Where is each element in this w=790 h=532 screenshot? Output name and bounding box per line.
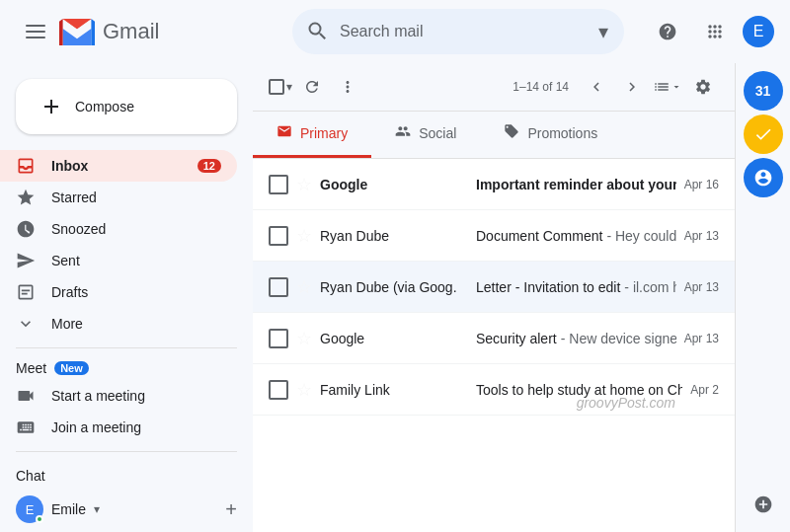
email-content-3: Google Security alert - New device signe… bbox=[320, 331, 676, 346]
snoozed-icon bbox=[16, 219, 36, 239]
sidebar-item-inbox[interactable]: Inbox 12 bbox=[0, 150, 237, 182]
toolbar-left: ▾ bbox=[269, 71, 363, 103]
view-options-button[interactable] bbox=[652, 71, 683, 103]
divider-2 bbox=[16, 451, 237, 452]
hamburger-menu-button[interactable] bbox=[16, 12, 55, 51]
star-icon-0[interactable]: ☆ bbox=[296, 174, 312, 195]
email-subject-1: Document Comment bbox=[476, 228, 602, 244]
select-dropdown-icon[interactable]: ▾ bbox=[286, 80, 292, 94]
email-body-4: Tools to help study at home on Chromeboo… bbox=[476, 382, 682, 398]
svg-rect-0 bbox=[26, 25, 45, 27]
email-snippet-1: - Hey could you take care of this paragr… bbox=[606, 228, 675, 244]
settings-button[interactable] bbox=[687, 71, 719, 103]
chat-add-button[interactable]: + bbox=[225, 498, 237, 521]
email-body-0: Important reminder about your Google Acc… bbox=[476, 177, 676, 192]
sidebar-item-join-meeting[interactable]: Join a meeting bbox=[0, 412, 237, 443]
email-body-1: Document Comment - Hey could you take ca… bbox=[476, 228, 676, 244]
online-indicator bbox=[36, 515, 43, 523]
star-icon-2[interactable]: ☆ bbox=[296, 276, 312, 298]
avatar[interactable]: E bbox=[743, 16, 774, 47]
starred-icon bbox=[16, 188, 36, 207]
promotions-tab-icon bbox=[504, 123, 519, 143]
tab-primary[interactable]: Primary bbox=[253, 112, 371, 158]
topbar-right: E bbox=[648, 12, 774, 51]
email-content-2: Ryan Dube (via Goog. Letter - Invitation… bbox=[320, 279, 676, 295]
email-subject-0: Important reminder about your Google Acc… bbox=[476, 177, 676, 192]
main-layout: Compose Inbox 12 Starred Snoozed bbox=[0, 63, 790, 532]
email-subject-4: Tools to help study at home on Chromeboo… bbox=[476, 382, 682, 398]
sidebar: Compose Inbox 12 Starred Snoozed bbox=[0, 63, 253, 532]
sender-name-2: Ryan Dube (via Goog. bbox=[320, 279, 468, 295]
starred-label: Starred bbox=[51, 190, 221, 205]
more-options-button[interactable] bbox=[332, 71, 363, 103]
help-button[interactable] bbox=[648, 12, 687, 51]
tab-promotions[interactable]: Promotions bbox=[480, 112, 621, 158]
email-date-0: Apr 16 bbox=[684, 178, 719, 191]
refresh-button[interactable] bbox=[296, 71, 328, 103]
search-bar[interactable]: ▾ bbox=[292, 9, 624, 54]
keyboard-icon bbox=[16, 418, 36, 437]
add-app-button[interactable] bbox=[744, 485, 783, 524]
email-content-4: Family Link Tools to help study at home … bbox=[320, 382, 682, 398]
meet-new-badge: New bbox=[54, 361, 89, 375]
email-checkbox-3[interactable] bbox=[269, 329, 288, 348]
email-checkbox-1[interactable] bbox=[269, 226, 288, 246]
email-subject-2: Letter - Invitation to edit bbox=[476, 279, 620, 295]
video-icon bbox=[16, 386, 36, 406]
gmail-text: Gmail bbox=[103, 19, 159, 44]
search-input[interactable] bbox=[340, 23, 587, 40]
sidebar-item-starred[interactable]: Starred bbox=[0, 182, 237, 213]
tasks-button[interactable] bbox=[744, 114, 783, 154]
email-row[interactable]: ☆ Ryan Dube Document Comment - Hey could… bbox=[253, 210, 735, 262]
star-icon-1[interactable]: ☆ bbox=[296, 225, 312, 247]
search-dropdown-button[interactable]: ▾ bbox=[598, 20, 608, 43]
next-page-button[interactable] bbox=[616, 71, 648, 103]
email-checkbox-4[interactable] bbox=[269, 380, 288, 400]
email-row[interactable]: ☆ Google Security alert - New device sig… bbox=[253, 313, 735, 364]
email-date-3: Apr 13 bbox=[684, 332, 719, 345]
sidebar-item-snoozed[interactable]: Snoozed bbox=[0, 213, 237, 245]
calendar-button[interactable]: 31 bbox=[744, 71, 783, 111]
chat-avatar-letter: E bbox=[26, 502, 35, 517]
toolbar-right: 1–14 of 14 bbox=[505, 71, 719, 103]
page-info: 1–14 of 14 bbox=[513, 80, 569, 94]
email-row[interactable]: ☆ Family Link Tools to help study at hom… bbox=[253, 364, 735, 416]
sent-icon bbox=[16, 251, 36, 270]
social-tab-icon bbox=[395, 123, 411, 143]
sidebar-item-drafts[interactable]: Drafts bbox=[0, 276, 237, 308]
email-row[interactable]: ☆ Google Important reminder about your G… bbox=[253, 159, 735, 210]
chat-avatar: E bbox=[16, 495, 43, 523]
meet-section: Meet New Start a meeting Join a meeting bbox=[0, 356, 253, 443]
sidebar-item-start-meeting[interactable]: Start a meeting bbox=[0, 380, 237, 412]
sidebar-item-sent[interactable]: Sent bbox=[0, 245, 237, 276]
meet-label: Meet bbox=[16, 360, 46, 376]
email-checkbox-2[interactable] bbox=[269, 277, 288, 297]
email-row[interactable]: ☆ Ryan Dube (via Goog. Letter - Invitati… bbox=[253, 262, 735, 313]
email-body-3: Security alert - New device signed in to… bbox=[476, 331, 676, 346]
email-date-1: Apr 13 bbox=[684, 229, 719, 243]
svg-rect-1 bbox=[26, 31, 45, 33]
contacts-button[interactable] bbox=[744, 158, 783, 197]
chat-title: Chat bbox=[16, 468, 237, 484]
email-date-4: Apr 2 bbox=[690, 383, 719, 397]
content-area: ▾ 1–14 of 14 bbox=[253, 63, 735, 532]
chat-user-dropdown[interactable]: ▾ bbox=[94, 502, 100, 516]
tab-social[interactable]: Social bbox=[371, 112, 480, 158]
gmail-logo: Gmail bbox=[59, 19, 159, 45]
sender-name-1: Ryan Dube bbox=[320, 228, 468, 244]
prev-page-button[interactable] bbox=[581, 71, 612, 103]
divider-1 bbox=[16, 347, 237, 348]
tab-promotions-label: Promotions bbox=[527, 125, 597, 141]
apps-button[interactable] bbox=[695, 12, 735, 51]
email-checkbox-0[interactable] bbox=[269, 175, 288, 194]
sidebar-item-more[interactable]: More bbox=[0, 308, 237, 340]
mail-tabs: Primary Social Promotions bbox=[253, 112, 735, 159]
email-snippet-2: - il.com has invited you to edit the fol… bbox=[624, 279, 675, 295]
select-all-checkbox[interactable]: ▾ bbox=[269, 79, 292, 95]
star-icon-4[interactable]: ☆ bbox=[296, 379, 312, 401]
compose-plus-icon bbox=[40, 95, 63, 118]
star-icon-3[interactable]: ☆ bbox=[296, 328, 312, 349]
compose-button[interactable]: Compose bbox=[16, 79, 237, 134]
sender-name-3: Google bbox=[320, 331, 468, 346]
chat-user-emile[interactable]: E Emile ▾ + bbox=[16, 492, 237, 527]
